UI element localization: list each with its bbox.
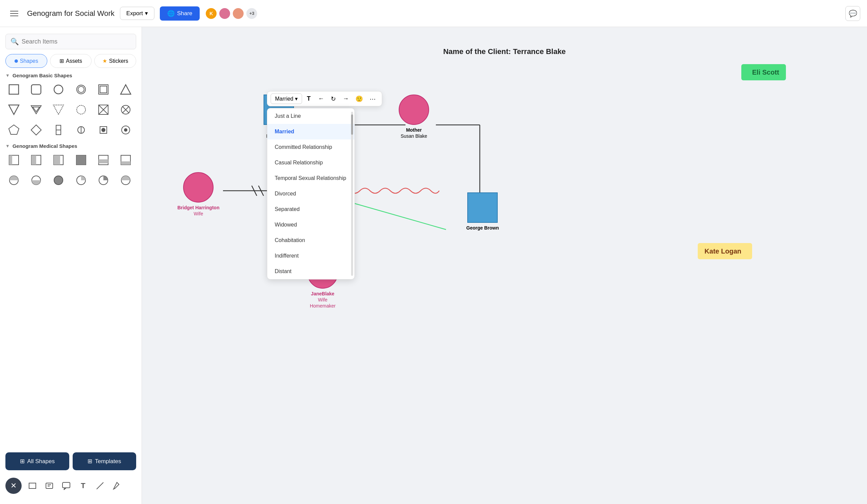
mother-node[interactable]: Mother Susan Blake (399, 95, 429, 139)
shape-triangle[interactable] (117, 81, 134, 98)
text-box-tool[interactable] (43, 480, 55, 492)
rel-option-just-a-line[interactable]: Just a Line (267, 108, 354, 124)
search-icon: 🔍 (10, 37, 19, 46)
shape-pregnancy4[interactable] (117, 121, 134, 139)
shape-diamond[interactable] (28, 121, 45, 139)
med-shape-2[interactable] (28, 152, 45, 168)
svg-rect-36 (76, 155, 86, 165)
templates-button[interactable]: ⊞ Templates (73, 452, 137, 470)
comment-button[interactable]: 💬 (845, 6, 860, 21)
emoji-btn[interactable]: 🙂 (353, 94, 366, 104)
avatar-more[interactable]: +3 (246, 8, 258, 20)
avatar[interactable] (218, 8, 231, 20)
svg-rect-51 (63, 482, 70, 488)
shape-circle-open[interactable] (50, 81, 67, 98)
rel-option-casual[interactable]: Casual Relationship (267, 155, 354, 171)
shape-pentagon[interactable] (6, 121, 22, 139)
canvas-title: Name of the Client: Terrance Blake (443, 47, 566, 56)
sidebar-bottom: ⊞ All Shapes ⊞ Templates ✕ T (6, 452, 136, 497)
shape-square-open[interactable] (6, 81, 22, 98)
med-shape-5[interactable] (95, 152, 112, 168)
shape-triangle-down2[interactable] (28, 101, 45, 118)
med-shape-1[interactable] (6, 152, 22, 168)
rel-option-widowed[interactable]: Widowed (267, 217, 354, 233)
cycle-btn[interactable]: ↻ (328, 94, 339, 104)
george-node[interactable]: George Brown (466, 193, 499, 231)
shape-circle-double[interactable] (73, 81, 89, 98)
avatar[interactable] (232, 8, 244, 20)
mother-role: Mother (401, 127, 427, 133)
rel-option-temporal[interactable]: Temporal Sexual Relationship (267, 171, 354, 186)
avatar[interactable]: K (205, 8, 217, 20)
tab-assets[interactable]: ⊞ Assets (50, 54, 92, 68)
close-button[interactable]: ✕ (6, 478, 22, 494)
shape-circle-x[interactable] (117, 101, 134, 118)
rel-option-distant[interactable]: Distant (267, 264, 354, 279)
shape-square-rounded[interactable] (28, 81, 45, 98)
svg-point-4 (78, 86, 84, 92)
section-medical-header[interactable]: ▼ Genogram Medical Shapes (6, 143, 136, 149)
share-button[interactable]: 🌐 Share (160, 7, 200, 21)
collapse-icon: ▼ (6, 73, 10, 78)
jane-label: JaneBlake Wife Homemaker (310, 291, 335, 309)
search-input[interactable] (22, 38, 131, 45)
top-bar: Genogram for Social Work Export ▾ 🌐 Shar… (0, 0, 867, 27)
dropdown-scrollbar[interactable] (351, 112, 353, 276)
med-shape-3[interactable] (50, 152, 67, 168)
wife-node[interactable]: Bridget Harrington Wife (178, 172, 219, 217)
export-button[interactable]: Export ▾ (120, 7, 154, 20)
george-name: George Brown (466, 225, 499, 231)
med-shape-4[interactable] (73, 152, 89, 168)
med-circle-1[interactable] (6, 172, 22, 189)
all-shapes-button[interactable]: ⊞ All Shapes (6, 452, 69, 470)
rel-option-separated[interactable]: Separated (267, 201, 354, 217)
globe-icon: 🌐 (167, 10, 175, 17)
section-medical: ▼ Genogram Medical Shapes (6, 143, 136, 189)
shape-square-x[interactable] (95, 101, 112, 118)
section-basic-label: Genogram Basic Shapes (12, 73, 72, 78)
shape-pregnancy1[interactable] (50, 121, 67, 139)
section-basic-header[interactable]: ▼ Genogram Basic Shapes (6, 73, 136, 78)
callout-tool[interactable] (60, 480, 72, 492)
med-circle-2[interactable] (28, 172, 45, 189)
med-circle-3[interactable] (50, 172, 67, 189)
jane-name: JaneBlake (310, 291, 335, 297)
arrow-left-btn[interactable]: ← (315, 94, 327, 103)
svg-point-43 (54, 176, 63, 185)
med-circle-6[interactable] (117, 172, 134, 189)
relationship-dropdown-button[interactable]: Married ▾ (271, 94, 302, 104)
shape-triangle-down[interactable] (6, 101, 22, 118)
wife-name: Bridget Harrington (178, 205, 219, 211)
arrow-right-btn[interactable]: → (340, 94, 351, 103)
big-btn-row: ⊞ All Shapes ⊞ Templates (6, 452, 136, 470)
tab-stickers[interactable]: ★ Stickers (94, 54, 136, 68)
relationship-toolbar: Married ▾ T ← ↻ → 🙂 ⋯ (267, 91, 382, 106)
rel-option-divorced[interactable]: Divorced (267, 186, 354, 201)
med-circle-4[interactable] (73, 172, 89, 189)
shape-pregnancy3[interactable] (95, 121, 112, 139)
rel-option-committed[interactable]: Committed Relationship (267, 140, 354, 155)
tab-shapes[interactable]: Shapes (6, 54, 47, 68)
document-title[interactable]: Genogram for Social Work (27, 9, 115, 18)
rel-option-cohabitation[interactable]: Cohabitation (267, 233, 354, 248)
med-shape-6[interactable] (117, 152, 134, 168)
svg-rect-38 (99, 159, 108, 163)
pen-tool[interactable] (111, 480, 123, 492)
med-circle-5[interactable] (95, 172, 112, 189)
line-tool[interactable] (94, 480, 106, 492)
svg-rect-40 (121, 161, 130, 165)
shape-pregnancy2[interactable] (73, 121, 89, 139)
rel-option-married[interactable]: Married (267, 124, 354, 140)
rectangle-tool[interactable] (26, 480, 39, 492)
shape-triangle-dotted[interactable] (50, 101, 67, 118)
more-options-btn[interactable]: ⋯ (367, 94, 378, 104)
text-tool-btn[interactable]: T (303, 94, 314, 103)
george-label: George Brown (466, 225, 499, 231)
shape-square-double[interactable] (95, 81, 112, 98)
rel-option-indifferent[interactable]: Indifferent (267, 248, 354, 264)
kate-logan-bubble: Kate Logan (698, 243, 752, 259)
shape-circle-dotted[interactable] (73, 101, 89, 118)
text-tool[interactable]: T (77, 480, 89, 492)
svg-rect-47 (29, 483, 36, 489)
menu-button[interactable] (7, 6, 22, 21)
